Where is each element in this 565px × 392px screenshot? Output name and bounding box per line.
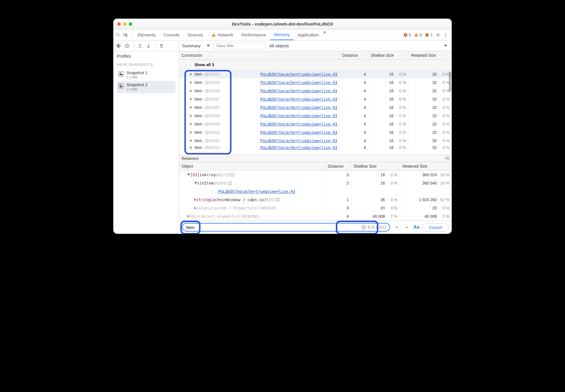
source-link[interactable]: PoLdbOX?nocache=true&view=live:43 [260,130,337,135]
expand-icon[interactable] [194,198,196,201]
source-link[interactable]: PoLdbOX?nocache=true&view=live:43 [260,105,337,110]
error-count-badge[interactable]: 5 [403,33,411,37]
tab-console[interactable]: Console [160,30,184,40]
search-prev-button[interactable] [393,224,400,231]
chevron-down-icon[interactable] [444,45,447,47]
source-link[interactable]: PoLdbOX?nocache=true&view=live:43 [260,122,337,126]
snapshot-icon [118,71,124,77]
search-next-button[interactable] [403,224,411,231]
expand-icon[interactable] [190,81,192,84]
expand-icon[interactable] [194,207,196,209]
download-icon[interactable] [146,44,151,48]
show-all-button[interactable]: Show all 3 [190,61,218,68]
expand-icon[interactable] [190,106,192,109]
expand-icon[interactable] [190,131,192,134]
view-dropdown[interactable]: Summary [182,43,210,48]
expand-icon[interactable] [190,114,192,117]
table-row[interactable]: Item @61995PoLdbOX?nocache=true&view=liv… [179,111,452,120]
retainer-row[interactable]: value in system / PropertyCell @62039320… [179,204,452,212]
clear-icon[interactable] [125,44,129,48]
clear-search-icon[interactable]: ✕ [361,225,366,230]
expand-icon[interactable] [187,174,190,176]
column-shallow[interactable]: Shallow Size [369,51,409,59]
table-row[interactable]: Item @61983PoLdbOX?nocache=true&view=liv… [179,87,452,95]
table-row[interactable]: Item @61971PoLdbOX?nocache=true&view=liv… [179,70,452,78]
column-object[interactable]: Object [179,162,326,170]
source-link[interactable]: PoLdbOX?nocache=true&view=live:43 [260,97,337,101]
snapshot-size: 1.3 MB [126,75,147,79]
table-row[interactable]: Item @62003PoLdbOX?nocache=true&view=liv… [179,128,452,136]
retainer-id: @62041 [213,181,227,185]
column-distance[interactable]: Distance [326,162,351,170]
issues-count-badge[interactable]: 1 [425,33,433,37]
objects-dropdown[interactable]: All objects [269,43,289,48]
source-link[interactable]: PoLdbOX?nocache=true&view=live:43 [260,80,337,85]
source-link[interactable]: PoLdbOX?nocache=true&view=live:43 [260,72,337,77]
snapshot-icon [118,83,124,89]
tab-application[interactable]: Application [294,30,323,40]
record-icon[interactable] [116,44,121,48]
retainer-row[interactable]: x in Item @62041 2160 %360 04018 % [179,179,452,187]
tab-memory[interactable]: Memory [270,30,294,40]
tab-network[interactable]: Network [207,30,237,40]
source-link[interactable]: PoLdbOX?nocache=true&view=live:43 [260,89,337,93]
tab-performance[interactable]: Performance [237,30,270,40]
settings-icon[interactable] [436,33,440,37]
table-row[interactable]: Item @61979PoLdbOX?nocache=true&view=liv… [179,78,452,87]
expand-icon[interactable] [190,73,192,76]
tabs-overflow-button[interactable]: » [323,30,325,40]
close-window-icon[interactable] [117,22,121,26]
cell-retained: 320 % [409,95,452,103]
expand-icon[interactable] [190,98,192,101]
column-shallow[interactable]: Shallow Size [351,162,400,170]
search-input[interactable] [186,225,361,230]
match-case-button[interactable]: Aa [414,225,419,230]
cell-retained: 320 % [409,111,452,120]
svg-point-11 [437,34,439,36]
column-retained[interactable]: Retained Size [409,51,452,59]
upload-icon[interactable] [138,44,142,48]
menu-icon[interactable] [445,157,449,160]
minimize-window-icon[interactable] [123,22,126,26]
source-link[interactable]: PoLdbOX?nocache=true&view=live:43 [260,145,337,150]
table-row[interactable]: Item @61999PoLdbOX?nocache=true&view=liv… [179,120,452,128]
table-row[interactable]: Item @61991PoLdbOX?nocache=true&view=liv… [179,103,452,111]
retainer-row[interactable]: PoLdbOX?nocache=true&view=live:43 [179,187,452,195]
expand-icon[interactable] [187,215,189,218]
retainer-row[interactable]: stringCache in Window / cdpn.io @6257 13… [179,195,452,204]
cell-retained: 320 % [409,120,452,128]
tab-sources[interactable]: Sources [184,30,207,40]
expand-icon[interactable] [190,123,192,126]
more-icon[interactable] [443,33,448,37]
table-row[interactable]: Item @62011PoLdbOX?nocache=true&view=liv… [179,145,452,150]
retainer-row[interactable]: 93 in (object elements)[] @102681440 008… [179,212,452,220]
column-distance[interactable]: Distance [340,51,369,59]
scrollbar-thumb[interactable] [449,72,451,92]
retainer-in: in [199,181,204,185]
maximize-window-icon[interactable] [129,22,132,26]
cancel-button[interactable]: Cancel [422,223,449,232]
expand-icon[interactable] [190,139,192,142]
delete-icon[interactable] [159,44,164,48]
table-row[interactable]: Item @62007PoLdbOX?nocache=true&view=liv… [179,136,452,145]
tab-elements[interactable]: Elements [134,30,160,40]
snapshot-item[interactable]: Snapshot 11.3 MB [117,69,176,81]
source-link[interactable]: PoLdbOX?nocache=true&view=live:43 [218,189,295,194]
snapshot-item[interactable]: Snapshot 22.0 MB [117,81,176,93]
expand-icon[interactable] [190,89,192,92]
source-link[interactable]: PoLdbOX?nocache=true&view=live:43 [260,138,337,143]
tab-strip: ElementsConsoleSourcesNetworkPerformance… [113,30,452,40]
expand-icon[interactable] [190,146,192,149]
retainer-row[interactable]: [93] in Array @82719 3160 %360 02418 % [179,170,452,179]
source-link[interactable]: PoLdbOX?nocache=true&view=live:43 [260,113,337,118]
inspect-icon[interactable] [116,33,120,37]
svg-rect-3 [213,34,214,35]
column-constructor[interactable]: Constructor [179,51,340,59]
class-filter-input[interactable] [214,42,265,49]
table-row[interactable]: Item @61987PoLdbOX?nocache=true&view=liv… [179,95,452,103]
column-retained[interactable]: Retained Size [400,162,452,170]
row-name: Item [194,72,202,77]
expand-icon[interactable] [194,182,197,184]
device-icon[interactable] [123,33,128,37]
warning-count-badge[interactable]: 6 [414,33,422,37]
